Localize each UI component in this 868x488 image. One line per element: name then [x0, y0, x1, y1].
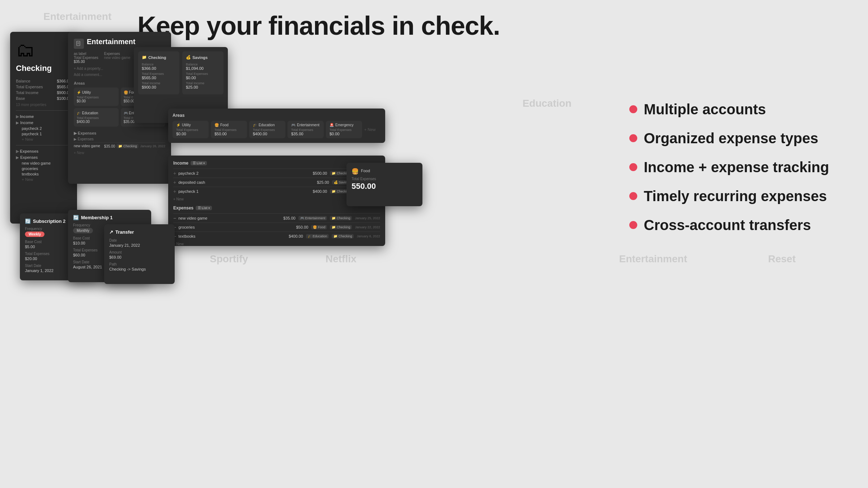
- bg-entertainment2-text: Entertainment: [619, 253, 687, 265]
- sidebar-income-new[interactable]: + New: [16, 137, 71, 141]
- expenses-section-title: Expenses ☰ List ▾: [173, 205, 380, 211]
- sidebar-income-section: ▶ Income: [16, 114, 71, 119]
- feature-income-expense-tracking: Income + expense tracking: [629, 159, 846, 175]
- account-cards-row: 📁 Checking Balance $366.00 Total Expense…: [138, 51, 224, 94]
- bg-entertainment-text: Entertainment: [43, 11, 111, 22]
- feature-expense-types: Organized expense types: [629, 130, 846, 146]
- areas-new-btn[interactable]: + New: [364, 121, 376, 138]
- membership1-title: 🔄 Membership 1: [73, 215, 146, 220]
- expense-row-groceries: − groceries $50.00 🍔 Food 📁 Checking Jan…: [173, 222, 380, 232]
- area-pill-entertainment: 🎮Entertainment Total Expenses $35.00: [288, 121, 324, 138]
- transfer-title: ↗ Transfer: [109, 229, 170, 235]
- feature-dot-3: [629, 163, 637, 171]
- sidebar-expense3[interactable]: textbooks: [16, 172, 71, 176]
- features-panel: Multiple accounts Organized expense type…: [629, 101, 846, 246]
- savings-account-card: 💰 Savings Balance $1,094.00 Total Expens…: [182, 51, 224, 94]
- area-pill-food: 🍔Food Total Expenses $50.00: [211, 121, 247, 138]
- sidebar-paycheck2[interactable]: paycheck 2: [16, 126, 71, 131]
- area-pill-education: 🎓Education Total Expenses $400.00: [249, 121, 285, 138]
- feature-cross-account-transfers: Cross-account transfers: [629, 217, 846, 233]
- bg-netflix-text: Netflix: [326, 253, 357, 265]
- total-income-label: Total Income: [16, 90, 38, 95]
- sidebar-expenses-item[interactable]: ▶Expenses: [16, 155, 71, 160]
- ent-title: Entertainment: [87, 38, 135, 46]
- feature-multiple-accounts: Multiple accounts: [629, 101, 846, 117]
- membership1-freq-badge: Monthly: [73, 228, 93, 233]
- food-total-label: Total Expenses: [352, 177, 417, 181]
- headline: Keep your financials in check.: [137, 11, 500, 41]
- sidebar-more-properties[interactable]: 13 more properties: [16, 103, 71, 107]
- bg-reset-text: Reset: [768, 253, 796, 265]
- checking-account-card: 📁 Checking Balance $366.00 Total Expense…: [138, 51, 179, 94]
- expense-row-textbooks: − textbooks $400.00 🎓 Education 📁 Checki…: [173, 232, 380, 241]
- areas-title: Areas: [173, 113, 381, 118]
- sidebar-folder-icon: 🗂: [16, 39, 71, 61]
- feature-dot-2: [629, 134, 637, 142]
- sidebar-paycheck1[interactable]: paycheck 1: [16, 132, 71, 136]
- sidebar-total-expenses-row: Total Expenses $565.00: [16, 85, 71, 89]
- areas-row: ⚡Utility Total Expenses $0.00 🍔Food Tota…: [173, 121, 381, 138]
- food-total-card: 🍔 Food Total Expenses 550.00: [346, 163, 422, 206]
- expense-row-videogame: − new video game $35.00 🎮 Entertainment …: [173, 213, 380, 222]
- base-label: Base: [16, 96, 25, 101]
- sidebar-income-item[interactable]: ▶Income: [16, 120, 71, 125]
- bg-education-text: Education: [523, 98, 571, 109]
- ent-doc-icon: [74, 39, 84, 49]
- expenses-list-badge[interactable]: ☰ List ▾: [196, 206, 212, 210]
- subscription2-freq-badge: Weekly: [25, 232, 44, 237]
- sidebar-expenses-section: ▶ Expenses: [16, 149, 71, 154]
- sidebar-expense2[interactable]: groceries: [16, 166, 71, 171]
- area-utility: ⚡ Utility Total Expenses $0.00: [74, 88, 119, 106]
- sidebar-expense1[interactable]: new video game: [16, 161, 71, 165]
- sidebar-title: Checking: [16, 64, 71, 73]
- sidebar-expenses-new[interactable]: + New: [16, 177, 71, 182]
- expenses-new-btn[interactable]: + New: [173, 242, 380, 246]
- sidebar-panel: 🗂 Checking Balance $366.00 Total Expense…: [10, 32, 77, 224]
- transfer-card: ↗ Transfer Date January 21, 2022 Amount …: [104, 224, 175, 284]
- sidebar-balance-row: Balance $366.00: [16, 79, 71, 83]
- balance-label: Balance: [16, 79, 30, 83]
- area-pill-emergency: 🚨Emergency Total Expenses $0.00: [326, 121, 362, 138]
- ent-expense-row: new video game $35.00 📁 Checking January…: [74, 143, 165, 149]
- food-total-value: 550.00: [352, 182, 417, 191]
- sidebar-base-row: Base $100.00: [16, 96, 71, 101]
- feature-dot-1: [629, 105, 637, 113]
- feature-dot-5: [629, 221, 637, 229]
- ent-expenses-section: ▶ Expenses ▶ Expenses new video game $35…: [74, 131, 165, 155]
- area-pill-utility: ⚡Utility Total Expenses $0.00: [173, 121, 209, 138]
- feature-dot-4: [629, 192, 637, 200]
- feature-recurring-expenses: Timely recurring expenses: [629, 188, 846, 204]
- bg-sportify-text: Sportify: [210, 253, 248, 265]
- total-expenses-label: Total Expenses: [16, 85, 43, 89]
- income-list-badge[interactable]: ☰ List ▾: [191, 161, 207, 165]
- svg-rect-0: [77, 41, 80, 46]
- expenses-section: Expenses ☰ List ▾ − new video game $35.0…: [173, 205, 380, 246]
- area-education: 🎓 Education Total Expenses $400.00: [74, 108, 119, 127]
- sidebar-total-income-row: Total Income $900.00: [16, 90, 71, 95]
- areas-panel: Areas ⚡Utility Total Expenses $0.00 🍔Foo…: [168, 109, 385, 143]
